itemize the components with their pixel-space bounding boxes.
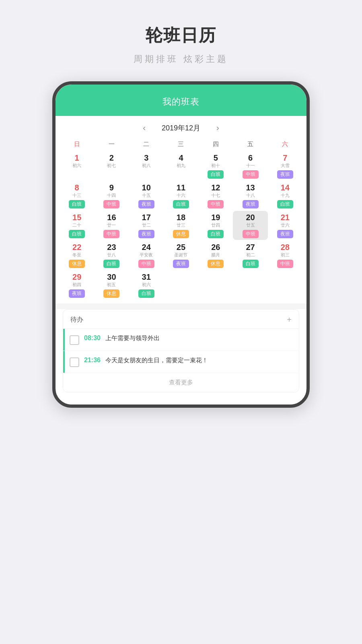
shift-badge-23: 白班 [103, 260, 119, 268]
todo-time-1: 08:30 [84, 334, 101, 341]
calendar-day-24[interactable]: 24平安夜中班 [129, 241, 164, 270]
shift-badge-22: 休息 [69, 260, 85, 268]
calendar-day-11[interactable]: 11十六白班 [164, 181, 198, 210]
shift-badge-17: 夜班 [138, 230, 154, 238]
shift-badge-7: 夜班 [277, 170, 293, 179]
calendar-day-15[interactable]: 15二十白班 [60, 211, 94, 240]
phone-bottom [56, 392, 306, 405]
page-title: 轮班日历 [146, 24, 216, 47]
shift-badge-20: 中班 [243, 230, 259, 238]
calendar-day-26[interactable]: 26腊月休息 [198, 241, 233, 270]
shift-badge-5: 白班 [208, 170, 224, 179]
calendar-day-6[interactable]: 6十一中班 [233, 151, 267, 180]
shift-badge-11: 白班 [173, 200, 189, 208]
calendar-day-20[interactable]: 20廿五中班 [233, 211, 267, 240]
calendar-day-14[interactable]: 14十九白班 [268, 181, 302, 210]
shift-badge-8: 白班 [69, 200, 85, 208]
weekday-sat: 六 [268, 139, 302, 150]
calendar-day-5[interactable]: 5初十白班 [198, 151, 233, 180]
calendar-day-12[interactable]: 12十七中班 [198, 181, 233, 210]
shift-badge-13: 夜班 [243, 200, 259, 208]
calendar-day-22[interactable]: 22冬至休息 [60, 241, 94, 270]
calendar-day-31[interactable]: 31初六白班 [129, 270, 164, 299]
calendar-day-4[interactable]: 4初九 [164, 151, 198, 180]
shift-badge-19: 白班 [208, 230, 224, 238]
calendar-day-21[interactable]: 21廿六夜班 [268, 211, 302, 240]
shift-badge-30: 休息 [103, 289, 119, 298]
todo-text-1: 上午需要与领导外出 [105, 334, 160, 341]
shift-badge-9: 中班 [103, 200, 119, 208]
calendar-day-30[interactable]: 30初五休息 [94, 270, 129, 299]
phone-frame: 我的班表 ‹ 2019年12月 › 日 一 二 三 四 五 六 1初六2初七3初… [52, 81, 310, 408]
next-month-button[interactable]: › [212, 122, 223, 134]
shift-badge-21: 夜班 [277, 230, 293, 238]
shift-badge-10: 夜班 [138, 200, 154, 208]
todo-content-1: 08:30 上午需要与领导外出 [84, 334, 292, 342]
calendar-day-8[interactable]: 8十三白班 [60, 181, 94, 210]
calendar-day-19[interactable]: 19廿四白班 [198, 211, 233, 240]
todo-text-2: 今天是女朋友的生日，需要定一束花！ [105, 357, 208, 363]
shift-badge-24: 中班 [138, 260, 154, 268]
shift-badge-15: 白班 [69, 230, 85, 238]
todo-header: 待办 + [63, 310, 299, 329]
shift-badge-27: 白班 [243, 260, 259, 268]
weekday-mon: 一 [94, 139, 129, 150]
shift-badge-25: 夜班 [173, 260, 189, 268]
shift-badge-6: 中班 [243, 170, 259, 179]
todo-section: 待办 + 08:30 上午需要与领导外出 21:36 今天是女朋友的生日，需要定… [63, 309, 299, 392]
calendar-day-10[interactable]: 10十五夜班 [129, 181, 164, 210]
calendar-day-18[interactable]: 18廿三休息 [164, 211, 198, 240]
shift-badge-28: 中班 [277, 260, 293, 268]
calendar-day-9[interactable]: 9十四中班 [94, 181, 129, 210]
calendar-day-23[interactable]: 23廿八白班 [94, 241, 129, 270]
todo-item-1[interactable]: 08:30 上午需要与领导外出 [63, 329, 299, 351]
calendar-day-28[interactable]: 28初三中班 [268, 241, 302, 270]
divider [56, 303, 306, 309]
month-title: 2019年12月 [162, 123, 200, 133]
calendar-day-2[interactable]: 2初七 [94, 151, 129, 180]
month-nav: ‹ 2019年12月 › [56, 116, 306, 137]
weekday-wed: 三 [164, 139, 198, 150]
todo-checkbox-2[interactable] [70, 357, 79, 367]
app-header-title: 我的班表 [162, 97, 200, 107]
shift-badge-18: 休息 [173, 230, 189, 238]
calendar-day-7[interactable]: 7大雪夜班 [268, 151, 302, 180]
calendar-day-13[interactable]: 13十八夜班 [233, 181, 267, 210]
prev-month-button[interactable]: ‹ [139, 122, 150, 134]
shift-badge-26: 休息 [208, 260, 224, 268]
todo-item-2[interactable]: 21:36 今天是女朋友的生日，需要定一束花！ [63, 351, 299, 373]
weekday-fri: 五 [233, 139, 267, 150]
todo-checkbox-1[interactable] [70, 335, 79, 345]
app-header: 我的班表 [56, 85, 306, 116]
calendar-grid: 1初六2初七3初八4初九5初十白班6十一中班7大雪夜班8十三白班9十四中班10十… [56, 151, 306, 303]
calendar-day-3[interactable]: 3初八 [129, 151, 164, 180]
shift-badge-14: 白班 [277, 200, 293, 208]
calendar-day-1[interactable]: 1初六 [60, 151, 94, 180]
shift-badge-31: 白班 [138, 289, 154, 298]
shift-badge-29: 夜班 [69, 289, 85, 298]
todo-time-2: 21:36 [84, 357, 101, 363]
calendar-day-29[interactable]: 29初四夜班 [60, 270, 94, 299]
shift-badge-16: 中班 [103, 230, 119, 238]
calendar-day-27[interactable]: 27初二白班 [233, 241, 267, 270]
page-subtitle: 周期排班 炫彩主题 [134, 53, 228, 65]
view-more-link[interactable]: 查看更多 [63, 373, 299, 392]
todo-title: 待办 [70, 316, 83, 324]
calendar-day-17[interactable]: 17廿二夜班 [129, 211, 164, 240]
weekday-row: 日 一 二 三 四 五 六 [56, 137, 306, 151]
calendar-day-25[interactable]: 25圣诞节夜班 [164, 241, 198, 270]
weekday-sun: 日 [60, 139, 94, 150]
todo-content-2: 21:36 今天是女朋友的生日，需要定一束花！ [84, 357, 292, 364]
shift-badge-12: 中班 [208, 200, 224, 208]
weekday-thu: 四 [198, 139, 233, 150]
weekday-tue: 二 [129, 139, 164, 150]
todo-add-button[interactable]: + [287, 315, 292, 324]
calendar-day-16[interactable]: 16廿一中班 [94, 211, 129, 240]
